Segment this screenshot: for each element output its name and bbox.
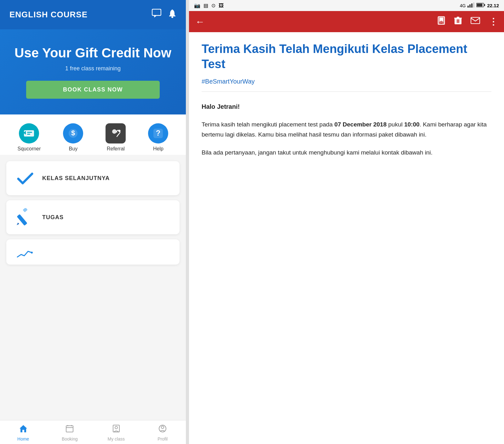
svg-marker-16 <box>20 425 27 432</box>
status-info: 4G 22.12 <box>460 3 499 9</box>
battery-icon <box>476 3 485 8</box>
signal-bars <box>467 3 474 9</box>
action-referral[interactable]: Referral <box>106 123 126 152</box>
home-icon <box>19 424 28 435</box>
status-icons: 📷 ▤ ⊙ 🖼 <box>194 3 224 9</box>
delete-button[interactable] <box>454 16 462 27</box>
left-panel: ENGLISH COURSE Use Your Gift Credit Now … <box>0 0 186 444</box>
email-toolbar: ← <box>189 11 504 32</box>
menu-card-kelas-selanjutnya[interactable]: KELAS SELANJUTNYA <box>6 161 180 195</box>
email-body: Halo Jetrani! Terima kasih telah mengiku… <box>202 101 491 158</box>
svg-rect-39 <box>458 19 458 23</box>
booking-label: Booking <box>62 436 78 441</box>
help-icon: ? <box>148 123 168 143</box>
action-buy[interactable]: $ Buy <box>63 123 83 152</box>
banner: Use Your Gift Credit Now 1 free class re… <box>0 29 186 114</box>
banner-title: Use Your Gift Credit Now <box>9 45 176 61</box>
body-text-1: Terima kasih telah mengikuti placement t… <box>202 121 334 128</box>
bottom-nav: Home Booking My c <box>0 420 186 444</box>
svg-point-24 <box>161 426 164 429</box>
email-paragraph-1: Terima kasih telah mengikuti placement t… <box>202 120 491 140</box>
svg-text:$: $ <box>71 129 75 137</box>
email-paragraph-2: Bila ada pertanyaan, jangan takut untuk … <box>202 148 491 158</box>
svg-rect-31 <box>484 4 485 6</box>
buy-label: Buy <box>69 146 78 152</box>
svg-rect-37 <box>454 18 462 19</box>
svg-rect-41 <box>471 17 480 24</box>
chart-icon <box>16 242 35 261</box>
email-content: Terima Kasih Telah Mengikuti Kelas Place… <box>189 32 504 444</box>
nav-booking[interactable]: Booking <box>47 424 93 441</box>
tugas-label: TUGAS <box>42 214 64 221</box>
email-greeting: Halo Jetrani! <box>202 101 491 112</box>
svg-marker-13 <box>17 223 19 225</box>
body-date: 07 December 2018 <box>334 121 387 128</box>
network-label: 4G <box>460 3 466 8</box>
toolbar-left: ← <box>195 16 205 27</box>
status-bar: 📷 ▤ ⊙ 🖼 4G 22.12 <box>189 0 504 11</box>
pencil-icon <box>16 208 35 227</box>
chat-icon[interactable] <box>152 9 161 20</box>
toolbar-right: ⋮ <box>437 16 498 27</box>
svg-rect-26 <box>469 4 471 8</box>
svg-rect-40 <box>459 19 459 23</box>
quick-actions: Squcorner $ Buy Referral <box>0 114 186 155</box>
referral-label: Referral <box>107 146 125 152</box>
action-help[interactable]: ? Help <box>148 123 168 152</box>
svg-rect-28 <box>473 3 474 8</box>
profil-icon <box>158 424 167 435</box>
nav-profil[interactable]: Profil <box>140 424 186 441</box>
svg-rect-4 <box>27 132 32 133</box>
svg-rect-17 <box>66 426 73 432</box>
checkmark-icon <box>16 169 35 188</box>
svg-text:?: ? <box>156 129 161 137</box>
svg-point-15 <box>31 252 33 254</box>
nav-home[interactable]: Home <box>0 424 47 441</box>
home-label: Home <box>17 436 29 441</box>
nav-myclass[interactable]: My class <box>93 424 140 441</box>
header-icons <box>152 9 176 20</box>
banner-subtitle: 1 free class remaining <box>9 65 176 72</box>
buy-icon: $ <box>63 123 83 143</box>
app-title: ENGLISH COURSE <box>9 10 88 20</box>
svg-rect-25 <box>467 6 469 8</box>
svg-point-22 <box>115 426 117 429</box>
kelas-selanjutnya-label: KELAS SELANJUTNYA <box>42 175 110 182</box>
menu-card-progress[interactable] <box>6 239 180 265</box>
svg-point-1 <box>171 16 173 18</box>
download-icon: ⊙ <box>211 3 215 9</box>
myclass-label: My class <box>108 436 125 441</box>
svg-rect-38 <box>457 19 457 23</box>
help-label: Help <box>153 146 163 152</box>
body-text-2: pukul <box>387 121 404 128</box>
profil-label: Profil <box>158 436 168 441</box>
menu-card-tugas[interactable]: TUGAS <box>6 200 180 234</box>
svg-point-9 <box>118 130 121 132</box>
body-time: 10:00 <box>404 121 420 128</box>
back-button[interactable]: ← <box>195 16 205 27</box>
time-display: 22.12 <box>487 3 499 8</box>
app-header: ENGLISH COURSE <box>0 0 186 29</box>
instagram-icon: 📷 <box>194 3 200 9</box>
book-class-button[interactable]: BOOK CLASS NOW <box>26 81 160 99</box>
squcorner-icon <box>19 123 39 143</box>
menu-cards: KELAS SELANJUTNYA TUGAS <box>0 155 186 420</box>
bell-icon[interactable] <box>168 9 176 20</box>
email-button[interactable] <box>471 17 480 26</box>
email-hashtag: #BeSmartYourWay <box>202 78 491 85</box>
svg-point-8 <box>112 129 117 134</box>
more-button[interactable]: ⋮ <box>489 17 498 26</box>
squcorner-label: Squcorner <box>18 146 41 152</box>
svg-rect-27 <box>471 3 472 8</box>
email-subject: Terima Kasih Telah Mengikuti Kelas Place… <box>202 42 491 72</box>
booking-icon <box>65 424 74 435</box>
myclass-icon <box>112 424 121 435</box>
bookmark-button[interactable] <box>437 16 445 27</box>
svg-rect-0 <box>152 9 161 15</box>
referral-icon <box>106 123 126 143</box>
image-icon: 🖼 <box>219 3 224 9</box>
message-icon: ▤ <box>203 3 208 9</box>
svg-rect-14 <box>23 208 28 212</box>
action-squcorner[interactable]: Squcorner <box>18 123 41 152</box>
email-divider <box>202 91 491 92</box>
